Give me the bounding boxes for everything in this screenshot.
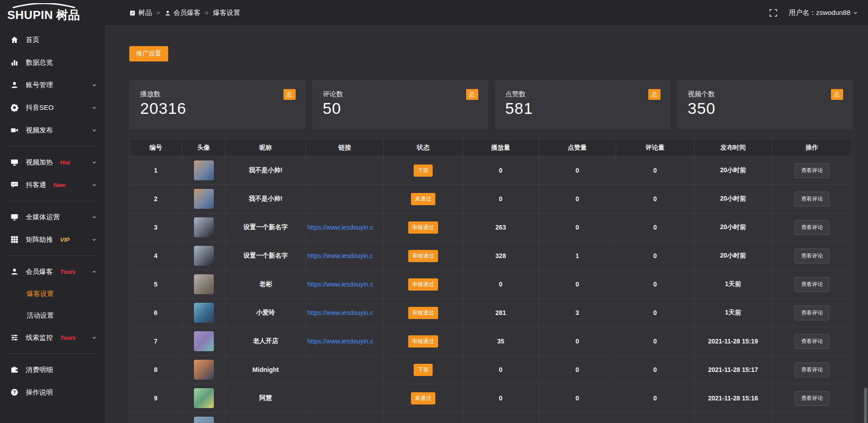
- promotion-settings-button[interactable]: 推广设置: [129, 46, 168, 61]
- user-menu[interactable]: 用户名：zswodun88: [789, 9, 858, 17]
- cell-status: 下架: [384, 356, 463, 384]
- cell-number: 5: [130, 270, 182, 299]
- avatar: [194, 417, 214, 423]
- status-badge[interactable]: 下架: [414, 364, 433, 376]
- sidebar-item-badge: Tools: [60, 268, 75, 275]
- video-link[interactable]: https://www.iesdouyin.c: [306, 281, 383, 288]
- cell-time: 20小时前: [694, 185, 772, 213]
- sidebar-item-10[interactable]: 线索监控Tools: [0, 326, 105, 349]
- status-badge[interactable]: 审核通过: [408, 307, 438, 319]
- breadcrumb-item-member[interactable]: 会员爆客: [165, 9, 201, 17]
- view-comments-button[interactable]: 查看评论: [795, 220, 829, 235]
- sidebar-item-7[interactable]: 全媒体运营: [0, 206, 105, 228]
- cell-time: 1天前: [694, 270, 772, 299]
- stat-card-label: 播放数: [140, 90, 295, 99]
- cell-link: [306, 185, 384, 213]
- view-comments-button[interactable]: 查看评论: [795, 163, 829, 178]
- cell-action: 查看评论: [772, 327, 852, 356]
- video-link[interactable]: https://www.iesdouyin.c: [306, 309, 383, 316]
- top-bar: SHUPIN树品 树品 > 会员爆客 > 爆客设置 用户名：zswodun88: [0, 0, 868, 26]
- cell-link: https://www.iesdouyin.c: [306, 270, 384, 299]
- fullscreen-icon[interactable]: [769, 9, 777, 17]
- status-badge[interactable]: 未通过: [411, 193, 435, 205]
- cell-likes: 0: [539, 156, 616, 185]
- sidebar-subitem-1[interactable]: 活动设置: [0, 305, 105, 326]
- chevron-down-icon: [92, 105, 97, 110]
- cell-status: 下架: [384, 156, 463, 185]
- cell-action: 查看评论: [772, 384, 852, 413]
- sidebar-subitem-0[interactable]: 爆客设置: [0, 283, 105, 305]
- sidebar-item-4[interactable]: 视频发布: [0, 119, 105, 141]
- cell-nickname: 老人开店: [226, 327, 306, 356]
- breadcrumb-label: 爆客设置: [213, 9, 240, 17]
- video-icon: [10, 126, 19, 134]
- cell-avatar: [182, 413, 226, 423]
- sidebar-item-9[interactable]: 会员爆客Tools: [0, 260, 105, 283]
- stat-card-value: 20316: [140, 99, 295, 118]
- video-link[interactable]: https://www.iesdouyin.c: [306, 224, 383, 231]
- app-logo[interactable]: SHUPIN树品: [0, 3, 105, 23]
- sidebar-item-label: 消费明细: [26, 366, 53, 374]
- view-comments-button[interactable]: 查看评论: [795, 334, 829, 349]
- cell-status: 审核通过: [384, 213, 463, 242]
- sidebar-item-label: 抖客通: [26, 181, 46, 189]
- sidebar-item-0[interactable]: 首页: [0, 28, 105, 51]
- cell-likes: 0: [539, 185, 616, 213]
- status-badge[interactable]: 审核通过: [408, 278, 438, 291]
- sidebar-item-1[interactable]: 数据总览: [0, 51, 105, 74]
- sidebar-item-label: 操作说明: [26, 388, 53, 397]
- cell-link: https://www.iesdouyin.c: [306, 213, 384, 242]
- status-badge[interactable]: 未通过: [411, 392, 435, 404]
- sidebar-item-2[interactable]: 账号管理: [0, 74, 105, 96]
- column-header-5: 播放量: [463, 139, 539, 156]
- status-badge[interactable]: 下架: [414, 164, 433, 177]
- cell-plays: [463, 413, 539, 423]
- cell-link: https://www.iesdouyin.c: [306, 299, 384, 327]
- cell-avatar: [182, 270, 226, 299]
- view-comments-button[interactable]: 查看评论: [795, 277, 829, 292]
- member-video-table: 编号头像昵称链接状态播放量点赞量评论量发布时间操作 1我不是小帅!下架00020…: [129, 139, 852, 423]
- table-row: 5老彬https://www.iesdouyin.c审核通过0001天前查看评论: [130, 270, 852, 299]
- sidebar-item-11[interactable]: 消费明细: [0, 358, 105, 381]
- cell-link: [306, 156, 384, 185]
- sidebar-item-5[interactable]: 视频加热Hot: [0, 151, 105, 174]
- view-comments-button[interactable]: 查看评论: [795, 306, 829, 320]
- breadcrumb-label: 树品: [138, 9, 152, 17]
- video-link[interactable]: https://www.iesdouyin.c: [306, 338, 383, 345]
- logo-text: SHUPIN树品: [7, 7, 80, 23]
- table-row: 3设置一个新名字https://www.iesdouyin.c审核通过26300…: [130, 213, 852, 242]
- cell-time: 20小时前: [694, 242, 772, 270]
- table-row: 8Midnight下架0002021-11-28 15:17查看评论: [130, 356, 852, 384]
- stat-card-label: 视频个数: [688, 90, 842, 99]
- avatar: [194, 331, 214, 351]
- status-badge[interactable]: 审核通过: [408, 250, 438, 262]
- cell-likes: 0: [539, 356, 616, 384]
- cell-plays: 0: [463, 356, 539, 384]
- avatar: [194, 303, 214, 323]
- sidebar-item-6[interactable]: 抖客通New: [0, 174, 105, 196]
- view-comments-button[interactable]: 查看评论: [795, 391, 829, 406]
- video-link[interactable]: https://www.iesdouyin.c: [306, 252, 383, 259]
- sidebar-item-3[interactable]: 抖音SEO: [0, 96, 105, 119]
- wallet-icon: [10, 366, 19, 374]
- cell-time: 20小时前: [694, 213, 772, 242]
- view-comments-button[interactable]: 查看评论: [795, 362, 829, 377]
- vertical-scrollbar[interactable]: [864, 388, 867, 423]
- sidebar-item-12[interactable]: ?操作说明: [0, 381, 105, 404]
- chart-icon: [10, 58, 19, 66]
- table-row: [130, 413, 852, 423]
- stat-card-0: 播放数20316总: [129, 80, 306, 129]
- view-comments-button[interactable]: 查看评论: [795, 249, 829, 263]
- sidebar-item-label: 会员爆客: [26, 268, 53, 276]
- status-badge[interactable]: 审核通过: [408, 335, 438, 348]
- cell-time: 2021-11-28 15:17: [694, 356, 772, 384]
- stat-card-label: 点赞数: [505, 90, 660, 99]
- cell-action: 查看评论: [772, 185, 852, 213]
- stat-cards: 播放数20316总评论数50总点赞数581总视频个数350总: [129, 80, 853, 129]
- sidebar-item-8[interactable]: 矩阵助推VIP: [0, 228, 105, 251]
- breadcrumb: 树品 > 会员爆客 > 爆客设置: [129, 9, 240, 17]
- status-badge[interactable]: 审核通过: [408, 221, 438, 234]
- breadcrumb-item-home[interactable]: 树品: [129, 9, 152, 17]
- sidebar-item-label: 账号管理: [26, 81, 53, 89]
- view-comments-button[interactable]: 查看评论: [795, 192, 829, 207]
